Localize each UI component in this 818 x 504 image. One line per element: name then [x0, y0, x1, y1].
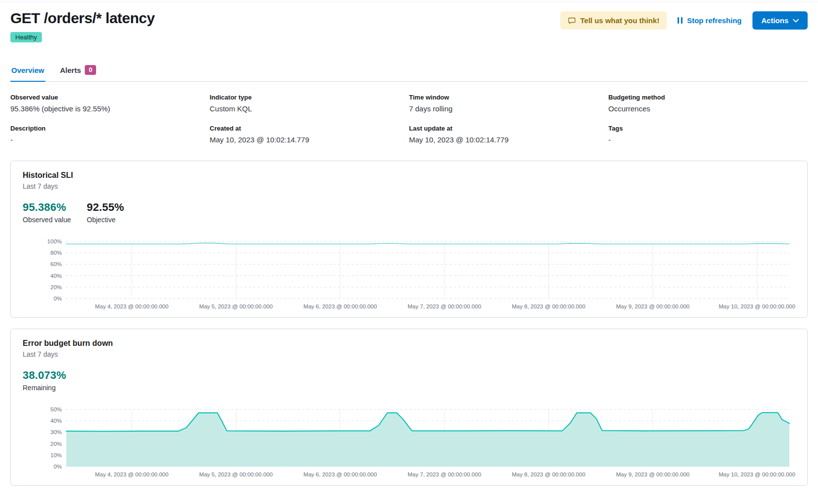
field-observed-value: Observed value 95.386% (objective is 92.…	[10, 94, 210, 113]
tab-overview-label: Overview	[11, 66, 44, 74]
error-budget-stats: 38.073% Remaining	[23, 369, 795, 392]
svg-text:0%: 0%	[54, 296, 62, 302]
chevron-down-icon	[793, 19, 799, 23]
field-tags: Tags -	[609, 125, 808, 144]
header-actions: Tell us what you think! Stop refreshing …	[560, 9, 808, 30]
svg-text:May 6, 2023 @ 00:00:00.000: May 6, 2023 @ 00:00:00.000	[304, 471, 377, 477]
page-title: GET /orders/* latency	[10, 9, 155, 27]
error-budget-chart[interactable]: May 4, 2023 @ 00:00:00.000May 5, 2023 @ …	[23, 404, 795, 479]
field-value: -	[10, 135, 210, 144]
remaining-stat: 38.073% Remaining	[23, 369, 66, 392]
stat-value: 92.55%	[87, 201, 124, 214]
tab-alerts[interactable]: Alerts 0	[59, 65, 98, 82]
svg-text:May 4, 2023 @ 00:00:00.000: May 4, 2023 @ 00:00:00.000	[95, 303, 169, 309]
svg-text:May 4, 2023 @ 00:00:00.000: May 4, 2023 @ 00:00:00.000	[95, 471, 169, 477]
stat-value: 38.073%	[23, 369, 66, 382]
page-header: GET /orders/* latency Healthy Tell us wh…	[10, 2, 808, 42]
actions-button-label: Actions	[761, 16, 788, 25]
field-label: Time window	[409, 94, 609, 101]
field-value: Occurrences	[609, 104, 808, 113]
svg-text:May 5, 2023 @ 00:00:00.000: May 5, 2023 @ 00:00:00.000	[199, 303, 273, 309]
svg-text:May 6, 2023 @ 00:00:00.000: May 6, 2023 @ 00:00:00.000	[304, 303, 377, 309]
panel-subtitle: Last 7 days	[23, 182, 795, 190]
actions-button[interactable]: Actions	[752, 11, 808, 30]
field-value: May 10, 2023 @ 10:02:14.779	[210, 135, 409, 144]
svg-text:10%: 10%	[50, 452, 62, 458]
field-label: Description	[10, 125, 210, 132]
svg-text:May 9, 2023 @ 00:00:00.000: May 9, 2023 @ 00:00:00.000	[616, 471, 689, 477]
field-indicator-type: Indicator type Custom KQL	[210, 94, 409, 113]
field-created-at: Created at May 10, 2023 @ 10:02:14.779	[210, 125, 409, 144]
svg-text:May 10, 2023 @ 00:00:00.000: May 10, 2023 @ 00:00:00.000	[718, 471, 795, 477]
field-label: Observed value	[10, 94, 210, 101]
svg-text:40%: 40%	[50, 273, 62, 279]
historical-sli-panel: Historical SLI Last 7 days 95.386% Obser…	[10, 161, 808, 318]
field-time-window: Time window 7 days rolling	[409, 94, 609, 113]
pause-icon	[678, 17, 682, 24]
feedback-button-label: Tell us what you think!	[580, 16, 660, 25]
field-label: Tags	[609, 125, 808, 132]
svg-text:30%: 30%	[50, 429, 62, 435]
svg-text:80%: 80%	[50, 250, 62, 256]
stop-refreshing-button[interactable]: Stop refreshing	[678, 16, 742, 25]
stat-value: 95.386%	[23, 201, 71, 214]
panel-subtitle: Last 7 days	[23, 350, 795, 358]
svg-text:20%: 20%	[50, 441, 62, 447]
stat-label: Observed value	[23, 216, 71, 224]
panel-title: Error budget burn down	[23, 339, 795, 348]
alerts-count-badge: 0	[85, 65, 96, 75]
feedback-button[interactable]: Tell us what you think!	[560, 11, 667, 30]
historical-sli-chart[interactable]: May 4, 2023 @ 00:00:00.000May 5, 2023 @ …	[23, 236, 795, 311]
title-block: GET /orders/* latency Healthy	[10, 9, 155, 42]
field-value: -	[609, 135, 808, 144]
slo-detail-page: GET /orders/* latency Healthy Tell us wh…	[0, 2, 818, 486]
stop-refreshing-label: Stop refreshing	[687, 16, 742, 25]
svg-text:May 8, 2023 @ 00:00:00.000: May 8, 2023 @ 00:00:00.000	[512, 471, 585, 477]
overview-metadata: Observed value 95.386% (objective is 92.…	[10, 94, 808, 144]
svg-text:May 7, 2023 @ 00:00:00.000: May 7, 2023 @ 00:00:00.000	[408, 303, 481, 309]
field-label: Last update at	[409, 125, 609, 132]
svg-text:100%: 100%	[47, 238, 62, 244]
tab-overview[interactable]: Overview	[10, 65, 45, 82]
observed-value-stat: 95.386% Observed value	[23, 201, 71, 224]
field-value: Custom KQL	[210, 104, 409, 113]
svg-text:May 5, 2023 @ 00:00:00.000: May 5, 2023 @ 00:00:00.000	[199, 471, 273, 477]
field-value: May 10, 2023 @ 10:02:14.779	[409, 135, 609, 144]
svg-text:60%: 60%	[50, 261, 62, 267]
tab-alerts-label: Alerts	[60, 66, 81, 74]
stat-label: Objective	[87, 216, 124, 224]
status-badge: Healthy	[10, 32, 42, 42]
panel-title: Historical SLI	[23, 171, 795, 180]
error-budget-panel: Error budget burn down Last 7 days 38.07…	[10, 329, 808, 486]
field-value: 95.386% (objective is 92.55%)	[10, 104, 210, 113]
field-description: Description -	[10, 125, 210, 144]
objective-stat: 92.55% Objective	[87, 201, 124, 224]
svg-text:May 7, 2023 @ 00:00:00.000: May 7, 2023 @ 00:00:00.000	[408, 471, 481, 477]
field-label: Indicator type	[210, 94, 409, 101]
svg-text:May 10, 2023 @ 00:00:00.000: May 10, 2023 @ 00:00:00.000	[718, 303, 795, 309]
svg-text:May 8, 2023 @ 00:00:00.000: May 8, 2023 @ 00:00:00.000	[512, 303, 585, 309]
svg-text:0%: 0%	[54, 464, 62, 470]
field-last-update-at: Last update at May 10, 2023 @ 10:02:14.7…	[409, 125, 609, 144]
tab-bar: Overview Alerts 0	[10, 65, 808, 82]
stat-label: Remaining	[23, 384, 66, 392]
svg-text:40%: 40%	[50, 418, 62, 424]
sli-stats: 95.386% Observed value 92.55% Objective	[23, 201, 795, 224]
svg-text:May 9, 2023 @ 00:00:00.000: May 9, 2023 @ 00:00:00.000	[616, 303, 689, 309]
field-budgeting-method: Budgeting method Occurrences	[609, 94, 808, 113]
field-label: Budgeting method	[609, 94, 808, 101]
field-label: Created at	[210, 125, 409, 132]
svg-text:20%: 20%	[50, 284, 62, 290]
svg-text:50%: 50%	[50, 406, 62, 412]
field-value: 7 days rolling	[409, 104, 609, 113]
speech-bubble-icon	[568, 17, 576, 25]
